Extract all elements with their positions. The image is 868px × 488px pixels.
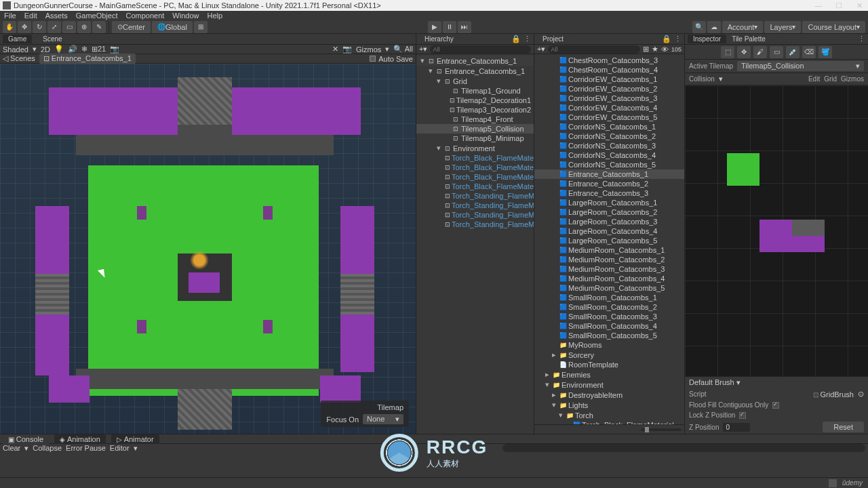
- project-item[interactable]: 🟦ChestRoom_Catacombs_4: [534, 65, 684, 75]
- project-item[interactable]: 🟦LargeRoom_Catacombs_3: [534, 217, 684, 226]
- hierarchy-item[interactable]: ⊡Tilemap4_Front: [416, 115, 534, 124]
- menu-gameobject[interactable]: GameObject: [76, 12, 118, 20]
- menu-assets[interactable]: Assets: [45, 12, 68, 20]
- project-item[interactable]: 📄RoomTemplate: [534, 360, 684, 369]
- rotate-tool[interactable]: ↻: [33, 21, 46, 33]
- project-item[interactable]: 🟦CorridorNS_Catacombs_3: [534, 141, 684, 150]
- project-item[interactable]: 🟦ChestRoom_Catacombs_3: [534, 56, 684, 65]
- hierarchy-lock-icon[interactable]: 🔒: [511, 35, 521, 43]
- filter-icon[interactable]: ⊞: [643, 45, 649, 54]
- edit-button[interactable]: Edit: [808, 75, 820, 83]
- move-tool[interactable]: ✥: [18, 21, 31, 33]
- audio-icon[interactable]: 🔊: [68, 45, 77, 54]
- hierarchy-item[interactable]: ⊡Torch_Standing_FlameMa▸: [416, 191, 534, 201]
- project-item[interactable]: 🟦CorridorEW_Catacombs_3: [534, 94, 684, 103]
- flood-fill-checkbox[interactable]: [772, 402, 779, 409]
- active-tilemap-dropdown[interactable]: Tilemap5_Collision▾: [737, 61, 864, 71]
- breadcrumb-scenes[interactable]: ◁ Scenes: [3, 54, 35, 63]
- tab-console[interactable]: ▣ Console: [3, 434, 49, 444]
- hidden-icon[interactable]: 👁: [661, 45, 669, 54]
- search-button[interactable]: 🔍: [692, 21, 706, 33]
- console-editor[interactable]: Editor: [110, 444, 130, 452]
- tab-animation[interactable]: ◈ Animation: [54, 434, 106, 444]
- project-item[interactable]: ▸📁Sorcery: [534, 350, 684, 360]
- project-item[interactable]: 🟦Entrance_Catacombs_2: [534, 179, 684, 188]
- focus-on-dropdown[interactable]: None▾: [363, 414, 403, 424]
- autosave-checkbox[interactable]: [370, 56, 376, 62]
- brush-dropdown[interactable]: Default Brush ▾: [689, 378, 741, 387]
- tool-camera-icon[interactable]: 📷: [342, 45, 352, 54]
- 2d-toggle[interactable]: 2D: [41, 45, 50, 54]
- project-item[interactable]: ▾📁Lights: [534, 400, 684, 410]
- light-icon[interactable]: 💡: [54, 45, 64, 54]
- project-zoom-slider[interactable]: [641, 428, 682, 431]
- hierarchy-item[interactable]: ⊡Tilemap1_Ground: [416, 86, 534, 96]
- project-item[interactable]: 🟦CorridorNS_Catacombs_1: [534, 122, 684, 131]
- hierarchy-item[interactable]: ⊡Torch_Black_FlameMater▸: [416, 153, 534, 163]
- project-item[interactable]: 🟦CorridorEW_Catacombs_4: [534, 103, 684, 113]
- project-item[interactable]: 🟦SmallRoom_Catacombs_3: [534, 312, 684, 321]
- search-all[interactable]: 🔍 All: [393, 45, 413, 54]
- project-item[interactable]: 🟦MediumRoom_Catacombs_1: [534, 245, 684, 255]
- project-item[interactable]: ▾📁Torch: [534, 410, 684, 420]
- menu-component[interactable]: Component: [125, 12, 164, 20]
- gizmos-toggle[interactable]: Gizmos: [841, 75, 864, 83]
- tab-hierarchy[interactable]: Hierarchy: [419, 35, 459, 43]
- palette-box-tool[interactable]: ▭: [770, 46, 783, 58]
- hierarchy-item[interactable]: ⊡Tilemap3_Decoration2: [416, 105, 534, 115]
- account-dropdown[interactable]: Account ▾: [722, 21, 764, 33]
- palette-move-tool[interactable]: ✥: [737, 46, 751, 58]
- add-button[interactable]: +▾: [419, 45, 427, 54]
- project-search[interactable]: [548, 45, 640, 54]
- console-clear[interactable]: Clear: [3, 444, 20, 452]
- play-button[interactable]: ▶: [428, 21, 441, 33]
- project-item[interactable]: 🟦SmallRoom_Catacombs_1: [534, 293, 684, 302]
- project-item[interactable]: 🟦Entrance_Catacombs_1: [534, 169, 684, 179]
- pause-button[interactable]: ⏸: [443, 21, 456, 33]
- project-item[interactable]: 🟦MediumRoom_Catacombs_2: [534, 255, 684, 264]
- hierarchy-item[interactable]: ▾⊡Grid: [416, 76, 534, 86]
- custom-tool[interactable]: ✎: [92, 21, 106, 33]
- cloud-button[interactable]: ☁: [707, 21, 721, 33]
- palette-select-tool[interactable]: ⬚: [721, 46, 734, 58]
- menu-file[interactable]: File: [4, 12, 16, 20]
- project-item[interactable]: 🟦CorridorNS_Catacombs_4: [534, 150, 684, 160]
- tab-game[interactable]: Game: [3, 35, 32, 43]
- project-item[interactable]: 📁MyRooms: [534, 340, 684, 350]
- project-item[interactable]: 🟦MediumRoom_Catacombs_3: [534, 264, 684, 274]
- hierarchy-item[interactable]: ⊡Torch_Black_FlameMater▸: [416, 172, 534, 182]
- hand-tool[interactable]: ✋: [3, 21, 16, 33]
- fx-icon[interactable]: ❄: [81, 45, 87, 54]
- project-item[interactable]: 🟦CorridorEW_Catacombs_5: [534, 113, 684, 122]
- gizmos-dropdown[interactable]: Gizmos: [356, 45, 381, 54]
- project-item[interactable]: 🟦MediumRoom_Catacombs_4: [534, 274, 684, 283]
- project-item[interactable]: 🟦CorridorEW_Catacombs_1: [534, 75, 684, 84]
- hierarchy-item[interactable]: ⊡Tilemap6_Minimap: [416, 134, 534, 143]
- project-lock-icon[interactable]: 🔒: [662, 35, 671, 43]
- zpos-input[interactable]: 0: [723, 423, 750, 432]
- layout-dropdown[interactable]: Course Layout ▾: [802, 21, 865, 33]
- hierarchy-item[interactable]: ⊡Torch_Standing_FlameMa▸: [416, 220, 534, 229]
- project-item[interactable]: 🟦MediumRoom_Catacombs_5: [534, 283, 684, 293]
- hierarchy-search[interactable]: [430, 45, 531, 54]
- project-item[interactable]: 🟦LargeRoom_Catacombs_5: [534, 236, 684, 245]
- project-item[interactable]: 🟦LargeRoom_Catacombs_4: [534, 226, 684, 236]
- project-item[interactable]: ▾📁Environment: [534, 380, 684, 390]
- menu-help[interactable]: Help: [207, 12, 222, 20]
- project-item[interactable]: 🟦SmallRoom_Catacombs_4: [534, 321, 684, 331]
- palette-brush-tool[interactable]: 🖌: [753, 46, 767, 58]
- palette-tile-purple2[interactable]: [760, 236, 825, 252]
- menu-edit[interactable]: Edit: [24, 12, 37, 20]
- snap-button[interactable]: ⊞: [194, 21, 208, 33]
- transform-tool[interactable]: ⊕: [77, 21, 91, 33]
- hierarchy-item[interactable]: ▾⊡Environment: [416, 143, 534, 153]
- project-item[interactable]: 🟦CorridorEW_Catacombs_2: [534, 84, 684, 94]
- camera-icon[interactable]: 📷: [110, 45, 119, 54]
- inspector-menu-icon[interactable]: ⋮: [858, 35, 865, 43]
- console-collapse[interactable]: Collapse: [33, 444, 62, 452]
- pivot-button[interactable]: ⊙ Center: [112, 21, 151, 33]
- tab-scene[interactable]: Scene: [37, 35, 67, 43]
- project-item[interactable]: 🟦SmallRoom_Catacombs_5: [534, 331, 684, 340]
- favorite-icon[interactable]: ★: [652, 45, 658, 54]
- reset-button[interactable]: Reset: [823, 422, 864, 432]
